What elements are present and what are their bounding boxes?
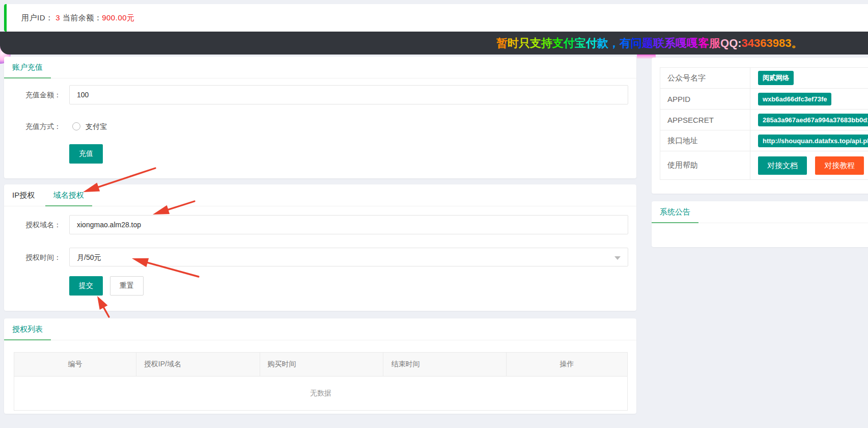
green-accent-bar: [4, 4, 7, 32]
auth-list-empty-row: 无数据: [14, 377, 628, 411]
user-id-label: 用户ID：: [21, 13, 53, 22]
announcement-char: 嘎: [687, 37, 698, 49]
recharge-method-label: 充值方式：: [21, 117, 61, 136]
info-row-appid: APPID wxb6ad66dfc3ef73fe: [660, 89, 868, 110]
tab-domain-auth[interactable]: 域名授权: [45, 184, 92, 206]
alipay-radio[interactable]: [72, 122, 80, 130]
tab-system-notice[interactable]: 系统公告: [652, 201, 698, 223]
announcement-bar: 暂时只支持支付宝付款，有问题联系嘎嘎客服QQ:34363983。: [0, 32, 868, 55]
announcement-char: 持: [541, 37, 552, 49]
recharge-submit-button[interactable]: 充值: [69, 144, 103, 164]
announcement-char: 3: [742, 37, 748, 49]
tab-auth-list[interactable]: 授权列表: [4, 318, 51, 340]
balance-value: 900.00元: [102, 13, 134, 22]
system-notice-card: 系统公告: [652, 201, 868, 247]
appid-label: APPID: [660, 89, 750, 110]
auth-reset-button[interactable]: 重置: [110, 276, 144, 296]
announcement-char: 3: [754, 37, 760, 49]
auth-list-header-row: 编号 授权IP/域名 购买时间 结束时间 操作: [14, 353, 628, 377]
col-header-buy-time: 购买时间: [260, 353, 383, 377]
announcement-char: 款: [597, 37, 608, 49]
authorization-card: IP授权 域名授权 授权域名： 授权时间： 月/50元 提交 重置: [4, 184, 636, 311]
account-name-label: 公众号名字: [660, 68, 750, 89]
announcement-char: 付: [586, 37, 597, 49]
info-row-api-url: 接口地址 http://shouquan.datafxs.top/api.php: [660, 130, 868, 151]
appid-badge: wxb6ad66dfc3ef73fe: [758, 93, 831, 105]
docs-button[interactable]: 对接文档: [758, 156, 807, 175]
recharge-card: 账户充值 充值金额： 充值方式： 支付宝 充值: [4, 57, 636, 178]
col-header-end-time: 结束时间: [383, 353, 507, 377]
announcement-char: 4: [748, 37, 754, 49]
announcement-char: 。: [792, 37, 803, 49]
auth-time-select[interactable]: 月/50元: [69, 248, 628, 266]
announcement-char: 嘎: [676, 37, 687, 49]
help-label: 使用帮助: [660, 151, 750, 180]
api-url-badge: http://shouquan.datafxs.top/api.php: [758, 135, 868, 147]
announcement-char: Q: [729, 37, 738, 49]
auth-tab-head: IP授权 域名授权: [4, 184, 636, 206]
recharge-amount-label: 充值金额：: [21, 85, 61, 104]
announcement-char: 9: [773, 37, 779, 49]
empty-data-text: 无数据: [14, 377, 628, 411]
user-info-bar: 用户ID： 3 当前余额：900.00元: [4, 4, 868, 32]
announcement-char: 有: [620, 37, 631, 49]
announcement-char: 联: [653, 37, 664, 49]
announcement-char: Q: [720, 37, 729, 49]
announcement-char: 8: [779, 37, 785, 49]
auth-time-label: 授权时间：: [21, 248, 61, 267]
user-id-value: 3: [55, 13, 60, 22]
announcement-char: 题: [642, 37, 653, 49]
system-notice-tab-head: 系统公告: [652, 201, 868, 223]
info-row-help: 使用帮助 对接文档 对接教程: [660, 151, 868, 180]
announcement-text: 暂时只支持支付宝付款，有问题联系嘎嘎客服QQ:34363983。: [496, 32, 803, 55]
announcement-char: 付: [564, 37, 575, 49]
auth-list-tab-head: 授权列表: [4, 318, 636, 340]
user-info-text: 用户ID： 3 当前余额：900.00元: [21, 4, 135, 32]
announcement-char: 6: [760, 37, 766, 49]
announcement-char: 3: [785, 37, 791, 49]
announcement-char: 只: [519, 37, 530, 49]
announcement-char: ，: [608, 37, 620, 49]
recharge-tab-head: 账户充值: [4, 57, 636, 78]
tab-account-recharge[interactable]: 账户充值: [4, 57, 51, 78]
appsecret-badge: 285a3a967aed67a994a37683bb0d1396: [758, 114, 868, 126]
auth-domain-input[interactable]: [69, 215, 628, 234]
wechat-info-card: 公众号名字 阅贰网络 APPID wxb6ad66dfc3ef73fe APPS…: [652, 58, 868, 194]
announcement-char: 支: [552, 37, 564, 49]
auth-list-table: 编号 授权IP/域名 购买时间 结束时间 操作 无数据: [14, 352, 628, 411]
auth-submit-button[interactable]: 提交: [69, 276, 103, 296]
info-row-appsecret: APPSECRET 285a3a967aed67a994a37683bb0d13…: [660, 110, 868, 130]
auth-time-selected-value: 月/50元: [77, 253, 101, 261]
info-row-account-name: 公众号名字 阅贰网络: [660, 68, 868, 89]
announcement-char: 3: [767, 37, 773, 49]
wechat-info-table: 公众号名字 阅贰网络 APPID wxb6ad66dfc3ef73fe APPS…: [660, 67, 868, 180]
tab-ip-auth[interactable]: IP授权: [4, 184, 43, 206]
announcement-char: :: [738, 37, 741, 49]
recharge-amount-input[interactable]: [69, 85, 628, 104]
account-name-badge: 阅贰网络: [758, 71, 794, 85]
balance-label: 当前余额：: [63, 13, 102, 22]
col-header-actions: 操作: [507, 353, 628, 377]
appsecret-label: APPSECRET: [660, 110, 750, 130]
announcement-char: 支: [530, 37, 541, 49]
announcement-char: 系: [664, 37, 676, 49]
announcement-char: 宝: [575, 37, 586, 49]
auth-domain-label: 授权域名：: [21, 215, 61, 234]
col-header-ip-domain: 授权IP/域名: [136, 353, 260, 377]
announcement-char: 服: [709, 37, 720, 49]
announcement-char: 客: [698, 37, 709, 49]
col-header-id: 编号: [14, 353, 136, 377]
alipay-radio-label: 支付宝: [86, 117, 107, 136]
announcement-char: 时: [508, 37, 519, 49]
announcement-char: 问: [631, 37, 642, 49]
api-url-label: 接口地址: [660, 130, 750, 151]
chevron-down-icon: [614, 256, 621, 263]
announcement-char: 暂: [496, 37, 508, 49]
tutorial-button[interactable]: 对接教程: [815, 156, 864, 175]
auth-list-card: 授权列表 编号 授权IP/域名 购买时间 结束时间 操作 无数据: [4, 318, 636, 414]
